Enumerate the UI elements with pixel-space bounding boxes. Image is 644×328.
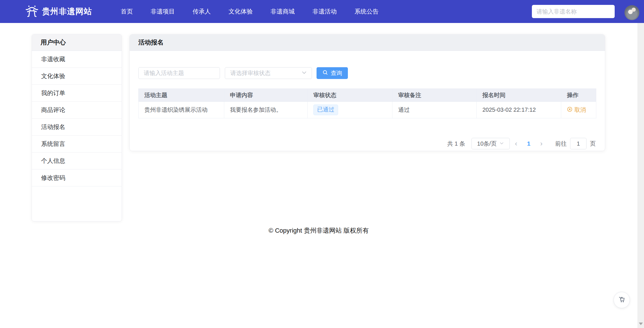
status-badge: 已通过 bbox=[313, 105, 338, 115]
copyright-text: © Copyright 贵州非遗网站 版权所有 bbox=[0, 226, 637, 235]
nav-item-heritage-mall[interactable]: 非遗商城 bbox=[271, 0, 295, 23]
circle-close-icon bbox=[567, 107, 572, 113]
pavilion-logo-icon bbox=[25, 5, 39, 18]
activity-topic-input[interactable] bbox=[138, 67, 220, 79]
sidebar-title: 用户中心 bbox=[32, 34, 122, 51]
sidebar-item-heritage-favorites[interactable]: 非遗收藏 bbox=[32, 51, 122, 68]
search-icon bbox=[322, 70, 328, 77]
user-center-sidebar: 用户中心 非遗收藏 文化体验 我的订单 商品评论 活动报名 系统留言 个人信息 … bbox=[32, 34, 122, 221]
scroll-down-arrow-icon[interactable] bbox=[639, 323, 643, 325]
cell-content: 我要报名参加活动。 bbox=[224, 102, 308, 118]
pagination: 共 1 条 10条/页 ‹ 1 › 前往 页 bbox=[447, 138, 596, 149]
cart-fab-button[interactable] bbox=[614, 292, 630, 308]
registration-table: 活动主题 申请内容 审核状态 审核备注 报名时间 操作 贵州非遗织染绣展示活动 … bbox=[138, 88, 596, 118]
nav-item-heritage-activities[interactable]: 非遗活动 bbox=[313, 0, 337, 23]
nav-menu: 首页 非遗项目 传承人 文化体验 非遗商城 非遗活动 系统公告 bbox=[121, 0, 379, 23]
table-header-row: 活动主题 申请内容 审核状态 审核备注 报名时间 操作 bbox=[139, 89, 596, 102]
goto-unit: 页 bbox=[590, 140, 596, 148]
next-page-button[interactable]: › bbox=[535, 140, 548, 148]
nav-item-system-notices[interactable]: 系统公告 bbox=[354, 0, 379, 23]
site-search bbox=[532, 5, 615, 18]
cell-topic: 贵州非遗织染绣展示活动 bbox=[139, 102, 224, 118]
cancel-registration-button[interactable]: 取消 bbox=[567, 106, 586, 114]
panel-body: 请选择审核状态 查询 活动主题 申请内容 审核 bbox=[130, 51, 605, 151]
sidebar-item-personal-info[interactable]: 个人信息 bbox=[32, 153, 122, 169]
sidebar-item-my-orders[interactable]: 我的订单 bbox=[32, 85, 122, 102]
panel-title: 活动报名 bbox=[130, 34, 605, 51]
site-search-input[interactable] bbox=[532, 5, 615, 18]
query-button[interactable]: 查询 bbox=[317, 67, 348, 79]
page-size-select[interactable]: 10条/页 bbox=[471, 138, 510, 149]
sidebar-item-product-comments[interactable]: 商品评论 bbox=[32, 102, 122, 119]
page-size-value: 10条/页 bbox=[477, 140, 497, 148]
query-button-label: 查询 bbox=[331, 69, 342, 77]
chevron-down-icon bbox=[499, 140, 504, 147]
nav-item-heritage-projects[interactable]: 非遗项目 bbox=[151, 0, 175, 23]
cell-time: 2025-03-02 22:17:12 bbox=[477, 102, 561, 118]
audit-status-placeholder: 请选择审核状态 bbox=[230, 69, 271, 77]
column-header-time: 报名时间 bbox=[477, 89, 561, 102]
cell-remark: 通过 bbox=[392, 102, 477, 118]
goto-label: 前往 bbox=[555, 140, 567, 148]
column-header-remark: 审核备注 bbox=[392, 89, 477, 102]
navbar: 贵州非遗网站 首页 非遗项目 传承人 文化体验 非遗商城 非遗活动 系统公告 bbox=[0, 0, 644, 23]
sidebar-item-culture-experience[interactable]: 文化体验 bbox=[32, 68, 122, 85]
column-header-topic: 活动主题 bbox=[139, 89, 224, 102]
sidebar-item-activity-registration[interactable]: 活动报名 bbox=[32, 119, 122, 136]
column-header-action: 操作 bbox=[561, 89, 596, 102]
cell-status: 已通过 bbox=[308, 102, 392, 118]
prev-page-button[interactable]: ‹ bbox=[510, 140, 522, 148]
site-title: 贵州非遗网站 bbox=[42, 6, 92, 17]
brand[interactable]: 贵州非遗网站 bbox=[25, 5, 92, 18]
sidebar-item-change-password[interactable]: 修改密码 bbox=[32, 169, 122, 186]
cancel-label: 取消 bbox=[574, 106, 586, 114]
nav-item-culture-experience[interactable]: 文化体验 bbox=[229, 0, 253, 23]
nav-item-inheritors[interactable]: 传承人 bbox=[193, 0, 211, 23]
sidebar-item-system-messages[interactable]: 系统留言 bbox=[32, 136, 122, 153]
cell-action: 取消 bbox=[561, 102, 596, 118]
column-header-status: 审核状态 bbox=[308, 89, 392, 102]
page-number-1[interactable]: 1 bbox=[522, 140, 535, 147]
scrollbar-track[interactable] bbox=[637, 23, 644, 328]
chevron-down-icon bbox=[301, 70, 307, 77]
cart-icon bbox=[618, 296, 626, 304]
audit-status-select[interactable]: 请选择审核状态 bbox=[225, 67, 312, 79]
nav-item-home[interactable]: 首页 bbox=[121, 0, 133, 23]
column-header-content: 申请内容 bbox=[224, 89, 308, 102]
table-row: 贵州非遗织染绣展示活动 我要报名参加活动。 已通过 通过 2025-03-02 … bbox=[139, 102, 596, 118]
filter-bar: 请选择审核状态 查询 bbox=[138, 67, 596, 79]
user-avatar[interactable] bbox=[624, 5, 639, 20]
goto-page: 前往 页 bbox=[555, 138, 596, 149]
goto-page-input[interactable] bbox=[570, 138, 586, 149]
pagination-total: 共 1 条 bbox=[447, 140, 465, 148]
activity-registration-panel: 活动报名 请选择审核状态 查询 bbox=[129, 34, 605, 151]
